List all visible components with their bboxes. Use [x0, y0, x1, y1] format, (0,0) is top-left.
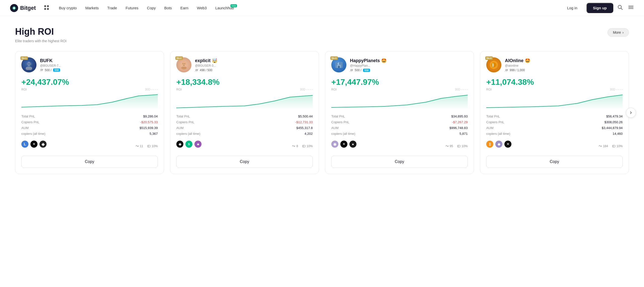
- avatar-wrap-3: No.3: [331, 57, 346, 72]
- trades-icon-4: [598, 144, 602, 148]
- svg-point-1: [13, 7, 15, 9]
- stats-row-total-pnl-1: Total PnL $9,286.04: [21, 113, 158, 119]
- trader-handle-4: @aionline: [505, 64, 623, 67]
- stats-row-total-pnl-4: Total PnL $56,479.34: [486, 113, 623, 119]
- card-header-2: No.2 explicit 🤯 @BGUSER-3...: [176, 57, 313, 72]
- svg-point-12: [26, 66, 32, 70]
- meta-trades-4: 184: [598, 144, 608, 148]
- svg-point-22: [184, 63, 185, 64]
- trader-handle-2: @BGUSER-3...: [195, 64, 313, 67]
- followers-icon-3: [350, 69, 353, 72]
- section-header: High ROI Elite traders with the highest …: [15, 26, 629, 43]
- svg-point-20: [182, 62, 185, 65]
- svg-rect-13: [26, 62, 32, 65]
- nav-futures[interactable]: Futures: [122, 4, 142, 12]
- copy-button-1[interactable]: Copy: [21, 156, 158, 168]
- meta-trades-3: 95: [445, 144, 453, 148]
- trader-name-2: explicit 🤯: [195, 58, 313, 63]
- nav-trade[interactable]: Trade: [104, 4, 121, 12]
- section-title: High ROI: [15, 26, 67, 37]
- stats-row-copiers-2: copiers (all time) 4,202: [176, 131, 313, 137]
- trader-card-1: No.1 BUFK @BGUSER-7... 500 /: [15, 51, 164, 174]
- more-button[interactable]: More ›: [608, 28, 629, 37]
- signup-button[interactable]: Sign up: [586, 3, 613, 13]
- trader-info-4: AIOnline 🤩 @aionline 999 / 1,000: [505, 58, 623, 72]
- svg-point-14: [41, 69, 42, 70]
- nav-right: Log in Sign up: [562, 3, 634, 13]
- followers-row-2: 498 / 500: [195, 68, 313, 72]
- grid-icon[interactable]: [44, 5, 49, 11]
- svg-line-7: [621, 8, 623, 10]
- next-arrow[interactable]: [626, 108, 636, 118]
- meta-trades-2: 8: [292, 144, 298, 148]
- coin-sol-3: ◉: [331, 141, 338, 148]
- nav-launchhub[interactable]: Launchhub New: [212, 4, 237, 12]
- card-header-4: ₿ No.4 AIOnline 🤩 @aionline: [486, 57, 623, 72]
- trader-handle-1: @BGUSER-7...: [40, 64, 158, 67]
- search-icon[interactable]: [617, 5, 623, 11]
- login-button[interactable]: Log in: [562, 4, 582, 12]
- trader-cards-row: No.1 BUFK @BGUSER-7... 500 /: [15, 51, 629, 174]
- followers-count-1: 500 /: [45, 68, 52, 72]
- trades-icon-1: [135, 144, 139, 148]
- trades-icon-3: [445, 144, 449, 148]
- followers-count-4: 999 / 1,000: [510, 68, 525, 72]
- stats-3: Total PnL $34,895.93 Copiers PnL -$7,267…: [331, 113, 468, 137]
- trader-info-3: HappyPlanets 🤩 @HappyPlan... 500 / 550: [350, 58, 468, 72]
- svg-point-21: [183, 63, 183, 64]
- meta-margin-4: 10%: [612, 144, 623, 148]
- nav-earn[interactable]: Earn: [177, 4, 192, 12]
- menu-icon[interactable]: [628, 4, 634, 12]
- svg-point-24: [197, 69, 198, 70]
- svg-point-31: [352, 69, 353, 70]
- roi-label-3: ROI 30D - - - -: [331, 88, 468, 91]
- trader-name-4: AIOnline 🤩: [505, 58, 623, 63]
- copy-button-2[interactable]: Copy: [176, 156, 313, 168]
- followers-count-2: 498 / 500: [200, 68, 212, 72]
- stats-row-total-pnl-3: Total PnL $34,895.93: [331, 113, 468, 119]
- roi-label-2: ROI 30D - - - -: [176, 88, 313, 91]
- card-meta-2: 8 10%: [292, 144, 313, 148]
- nav-web3[interactable]: Web3: [193, 4, 210, 12]
- nav-buy-crypto[interactable]: Buy crypto: [55, 4, 80, 12]
- trader-info-1: BUFK @BGUSER-7... 500 / 550: [40, 58, 158, 72]
- stats-row-copiers-pnl-1: Copiers PnL -$20,575.33: [21, 119, 158, 125]
- svg-rect-5: [47, 8, 49, 10]
- nav-markets[interactable]: Markets: [82, 4, 102, 12]
- stats-row-copiers-pnl-2: Copiers PnL -$12,731.33: [176, 119, 313, 125]
- roi-value-4: +11,074.38%: [486, 77, 623, 87]
- nav-bots[interactable]: Bots: [161, 4, 175, 12]
- meta-margin-1: 10%: [147, 144, 158, 148]
- coin-btc-4: ₿: [486, 141, 493, 148]
- stats-row-copiers-1: copiers (all time) 5,367: [21, 131, 158, 137]
- logo-text: Bitget: [20, 5, 36, 11]
- trades-icon-2: [292, 144, 295, 148]
- logo[interactable]: Bitget: [10, 4, 36, 12]
- followers-row-1: 500 / 550: [40, 68, 158, 72]
- chart-3: [331, 93, 468, 109]
- copy-button-3[interactable]: Copy: [331, 156, 468, 168]
- bitget-logo-icon: [10, 4, 18, 12]
- rank-badge-3: No.3: [330, 56, 338, 60]
- stats-row-copiers-pnl-3: Copiers PnL -$7,267.29: [331, 119, 468, 125]
- svg-point-19: [181, 66, 187, 69]
- chart-4: [486, 93, 623, 109]
- trader-card-4: ₿ No.4 AIOnline 🤩 @aionline: [480, 51, 629, 174]
- section-title-group: High ROI Elite traders with the highest …: [15, 26, 67, 43]
- copy-button-4[interactable]: Copy: [486, 156, 623, 168]
- main-content: High ROI Elite traders with the highest …: [0, 16, 644, 189]
- nav-copy[interactable]: Copy: [143, 4, 159, 12]
- coin-sol-4: ◆: [495, 141, 502, 148]
- chart-2: [176, 93, 313, 109]
- margin-icon-1: [147, 144, 151, 148]
- margin-icon-4: [612, 144, 616, 148]
- svg-point-30: [351, 69, 352, 70]
- svg-rect-16: [148, 145, 150, 147]
- stats-4: Total PnL $56,479.34 Copiers PnL $308,05…: [486, 113, 623, 137]
- stats-row-aum-1: AUM $515,939.39: [21, 125, 158, 131]
- svg-point-15: [42, 69, 43, 70]
- coin-drop-1: ◈: [39, 141, 47, 148]
- trader-name-1: BUFK: [40, 58, 158, 63]
- avatar-wrap-1: No.1: [21, 57, 36, 72]
- coin-x-3: ✕: [340, 141, 347, 148]
